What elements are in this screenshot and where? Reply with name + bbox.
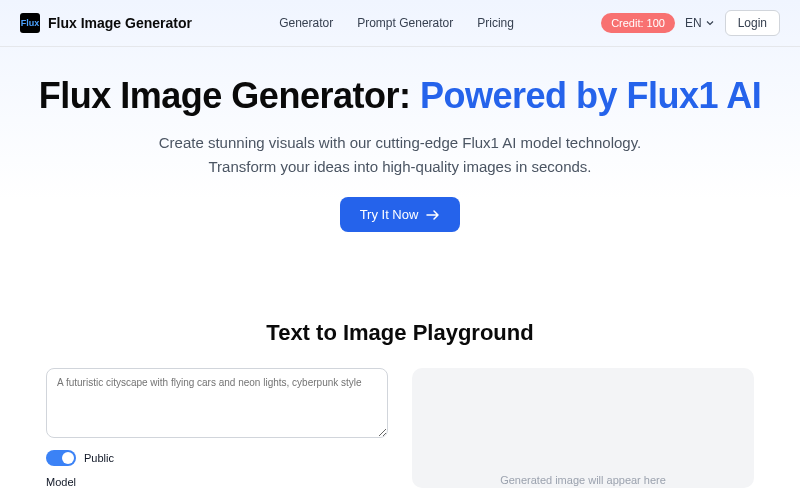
nav: Generator Prompt Generator Pricing [279,16,514,30]
hero: Flux Image Generator: Powered by Flux1 A… [0,47,800,292]
public-toggle[interactable] [46,450,76,466]
chevron-down-icon [705,18,715,28]
hero-title-main: Flux Image Generator: [39,75,420,116]
playground-title: Text to Image Playground [46,320,754,346]
language-selector[interactable]: EN [685,16,715,30]
nav-pricing[interactable]: Pricing [477,16,514,30]
credit-badge[interactable]: Credit: 100 [601,13,675,33]
hero-title: Flux Image Generator: Powered by Flux1 A… [20,75,780,117]
model-label: Model [46,476,388,488]
login-button[interactable]: Login [725,10,780,36]
hero-sub-line1: Create stunning visuals with our cutting… [20,131,780,155]
playground-columns: Public Model Generated image will appear… [46,368,754,488]
playground-left-column: Public Model [46,368,388,488]
nav-generator[interactable]: Generator [279,16,333,30]
header: Flux Flux Image Generator Generator Prom… [0,0,800,47]
image-preview: Generated image will appear here [412,368,754,488]
brand[interactable]: Flux Flux Image Generator [20,13,192,33]
cta-label: Try It Now [360,207,419,222]
playground: Text to Image Playground Public Model Ge… [6,292,794,488]
logo-icon: Flux [20,13,40,33]
preview-placeholder-text: Generated image will appear here [500,474,666,486]
public-toggle-row: Public [46,450,388,466]
header-right: Credit: 100 EN Login [601,10,780,36]
nav-prompt-generator[interactable]: Prompt Generator [357,16,453,30]
try-it-now-button[interactable]: Try It Now [340,197,461,232]
playground-right-column: Generated image will appear here [412,368,754,488]
brand-name: Flux Image Generator [48,15,192,31]
language-label: EN [685,16,702,30]
hero-subtitle: Create stunning visuals with our cutting… [20,131,780,179]
prompt-input[interactable] [46,368,388,438]
public-toggle-label: Public [84,452,114,464]
arrow-right-icon [426,209,440,221]
hero-sub-line2: Transform your ideas into high-quality i… [20,155,780,179]
hero-title-accent: Powered by Flux1 AI [420,75,761,116]
